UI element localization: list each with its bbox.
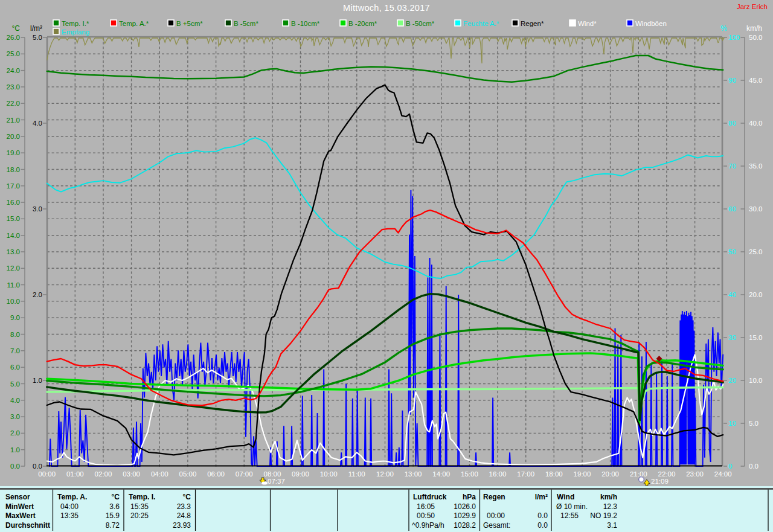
- svg-text:8.0: 8.0: [10, 331, 20, 338]
- svg-text:19:00: 19:00: [574, 470, 591, 478]
- svg-text:%: %: [720, 24, 727, 33]
- svg-text:3.1: 3.1: [607, 521, 617, 530]
- svg-text:23.3: 23.3: [177, 502, 191, 511]
- svg-text:20.0: 20.0: [7, 133, 20, 140]
- svg-text:16:00: 16:00: [489, 470, 507, 478]
- svg-text:14:00: 14:00: [432, 470, 450, 478]
- svg-text:13:00: 13:00: [405, 470, 422, 478]
- svg-text:0.0: 0.0: [749, 463, 759, 470]
- svg-text:l/m²: l/m²: [535, 493, 548, 501]
- svg-text:20: 20: [728, 377, 736, 384]
- svg-text:Sensor: Sensor: [5, 493, 30, 501]
- svg-text:16.0: 16.0: [7, 199, 20, 206]
- svg-text:13:35: 13:35: [60, 511, 79, 520]
- svg-text:20:25: 20:25: [130, 511, 149, 520]
- svg-text:01:00: 01:00: [66, 470, 84, 478]
- svg-text:hPa: hPa: [463, 493, 476, 501]
- svg-text:5.0: 5.0: [749, 420, 759, 427]
- svg-text:10:00: 10:00: [320, 470, 338, 478]
- svg-text:30: 30: [728, 334, 736, 341]
- svg-text:100: 100: [728, 34, 740, 41]
- svg-text:Gesamt:: Gesamt:: [483, 521, 510, 530]
- svg-text:07:00: 07:00: [236, 470, 253, 478]
- svg-text:7.0: 7.0: [10, 347, 20, 354]
- svg-text:15.0: 15.0: [749, 334, 762, 341]
- svg-text:Luftdruck: Luftdruck: [413, 493, 447, 501]
- svg-text:22.0: 22.0: [7, 100, 20, 107]
- svg-text:1028.2: 1028.2: [454, 521, 476, 530]
- svg-text:B +5cm*: B +5cm*: [176, 20, 203, 27]
- svg-text:09:00: 09:00: [292, 470, 309, 478]
- svg-text:0: 0: [728, 463, 732, 470]
- svg-text:16:05: 16:05: [417, 502, 435, 511]
- svg-text:°C: °C: [183, 493, 191, 501]
- svg-text:3.6: 3.6: [109, 502, 120, 511]
- svg-text:0.0: 0.0: [33, 463, 42, 470]
- svg-text:21.0: 21.0: [7, 117, 20, 124]
- svg-text:24:00: 24:00: [714, 470, 732, 478]
- svg-text:2.0: 2.0: [10, 429, 20, 437]
- svg-text:MinWert: MinWert: [5, 502, 34, 511]
- svg-text:Temp. I.*: Temp. I.*: [62, 20, 89, 27]
- svg-text:5.0: 5.0: [33, 34, 42, 41]
- svg-text:50.0: 50.0: [749, 34, 762, 41]
- svg-text:20.0: 20.0: [749, 291, 762, 298]
- svg-text:l/m²: l/m²: [30, 24, 42, 33]
- svg-text:MaxWert: MaxWert: [5, 511, 36, 520]
- svg-text:18:00: 18:00: [545, 470, 563, 478]
- svg-text:19.0: 19.0: [7, 149, 20, 156]
- svg-text:80: 80: [728, 120, 736, 127]
- svg-text:23.0: 23.0: [7, 83, 20, 91]
- svg-text:20:00: 20:00: [601, 470, 619, 478]
- svg-text:B -10cm*: B -10cm*: [291, 20, 320, 27]
- svg-text:Ø 10 min.: Ø 10 min.: [556, 502, 588, 511]
- svg-text:12.0: 12.0: [7, 264, 20, 272]
- svg-text:0.0: 0.0: [537, 511, 548, 520]
- svg-text:Temp. I.: Temp. I.: [129, 493, 155, 501]
- svg-text:05:00: 05:00: [179, 470, 197, 478]
- svg-text:60: 60: [728, 205, 736, 213]
- svg-text:35.0: 35.0: [749, 162, 762, 170]
- svg-text:km/h: km/h: [600, 493, 617, 501]
- svg-text:°C: °C: [12, 24, 21, 33]
- svg-text:17.0: 17.0: [7, 182, 20, 190]
- svg-text:3.0: 3.0: [10, 413, 20, 420]
- svg-text:NO 19.2: NO 19.2: [590, 511, 617, 520]
- svg-text:25.0: 25.0: [749, 248, 762, 255]
- svg-text:12.3: 12.3: [603, 502, 618, 511]
- svg-text:B -50cm*: B -50cm*: [406, 20, 435, 27]
- svg-text:Regen*: Regen*: [521, 20, 544, 27]
- svg-text:5.0: 5.0: [10, 380, 20, 388]
- svg-text:2.0: 2.0: [33, 291, 42, 298]
- svg-text:06:00: 06:00: [207, 470, 225, 478]
- svg-text:30.0: 30.0: [749, 205, 762, 213]
- svg-text:9.0: 9.0: [10, 314, 20, 321]
- svg-text:8.72: 8.72: [106, 521, 120, 530]
- svg-text:17:00: 17:00: [517, 470, 534, 478]
- svg-text:10.0: 10.0: [7, 298, 20, 305]
- svg-text:6.0: 6.0: [10, 364, 20, 371]
- svg-text:Wind: Wind: [557, 493, 574, 501]
- svg-text:45.0: 45.0: [749, 77, 762, 84]
- svg-text:^0.9hPa/h: ^0.9hPa/h: [412, 521, 444, 530]
- svg-text:24.0: 24.0: [7, 67, 20, 74]
- svg-text:Durchschnitt: Durchschnitt: [5, 521, 50, 530]
- svg-text:10: 10: [728, 420, 736, 427]
- svg-text:21:09: 21:09: [651, 478, 669, 485]
- svg-text:Wind*: Wind*: [578, 20, 597, 27]
- svg-text:0.0: 0.0: [537, 521, 548, 530]
- svg-text:3.0: 3.0: [33, 205, 42, 213]
- svg-text:18.0: 18.0: [7, 166, 20, 173]
- svg-text:12:00: 12:00: [376, 470, 394, 478]
- svg-text:1026.0: 1026.0: [454, 502, 476, 511]
- svg-text:00:00: 00:00: [487, 511, 505, 520]
- svg-text:Regen: Regen: [483, 493, 505, 501]
- svg-text:11:00: 11:00: [348, 470, 365, 478]
- svg-text:15.9: 15.9: [106, 511, 120, 520]
- svg-text:08:00: 08:00: [264, 470, 281, 478]
- svg-text:25.0: 25.0: [7, 50, 20, 57]
- svg-text:0.0: 0.0: [10, 463, 20, 470]
- svg-text:14.0: 14.0: [7, 232, 20, 239]
- svg-text:15:00: 15:00: [461, 470, 478, 478]
- svg-text:10.0: 10.0: [749, 377, 762, 384]
